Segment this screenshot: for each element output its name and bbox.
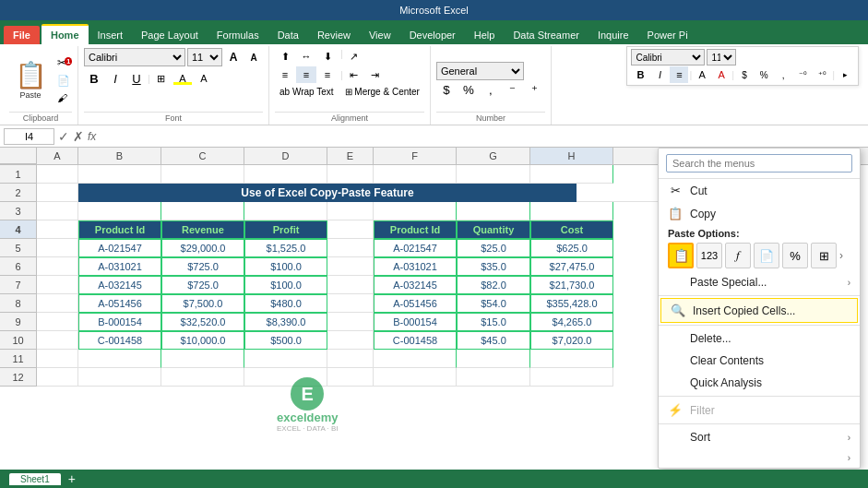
cell-d6[interactable]: $100.0: [244, 257, 327, 276]
cell-h4-header[interactable]: Cost: [530, 220, 613, 239]
mini-font-color-button[interactable]: A: [712, 66, 731, 83]
paste-more-arrow[interactable]: ›: [839, 249, 843, 262]
number-format-select[interactable]: General: [436, 62, 524, 80]
cell-c6[interactable]: $725.0: [161, 257, 244, 276]
cell-b5[interactable]: A-021547: [78, 239, 161, 257]
cell-g5[interactable]: $25.0: [457, 239, 530, 257]
mini-percent-button[interactable]: %: [755, 66, 773, 83]
cell-b2-title[interactable]: Use of Excel Copy-Paste Feature: [78, 184, 577, 202]
decrease-indent-button[interactable]: ⇤: [344, 66, 364, 83]
comma-button[interactable]: ,: [481, 82, 501, 99]
align-middle-button[interactable]: ↔: [296, 48, 316, 65]
menu-item-smart-lookup[interactable]: 🔍 Insert Copied Cells...: [660, 298, 858, 323]
copy-button[interactable]: 📄: [55, 73, 72, 89]
cell-h9[interactable]: $4,265.0: [530, 313, 613, 331]
font-size-select[interactable]: 11: [187, 48, 222, 66]
mini-italic-button[interactable]: I: [650, 66, 669, 83]
cell-g3[interactable]: [457, 202, 530, 220]
cell-f10[interactable]: C-001458: [374, 331, 457, 350]
mini-comma-button[interactable]: ,: [774, 66, 792, 83]
align-center-button[interactable]: ≡: [296, 66, 316, 83]
cell-h10[interactable]: $7,020.0: [530, 331, 613, 350]
cell-g4-header[interactable]: Quantity: [457, 220, 530, 239]
cell-h5[interactable]: $625.0: [530, 239, 613, 257]
cell-d9[interactable]: $8,390.0: [244, 313, 327, 331]
cell-d4-header[interactable]: Profit: [244, 220, 327, 239]
percent-button[interactable]: %: [458, 82, 479, 99]
tab-data[interactable]: Data: [268, 26, 308, 44]
cell-c10[interactable]: $10,000.0: [161, 331, 244, 350]
cell-d1[interactable]: [244, 165, 327, 184]
italic-button[interactable]: I: [105, 68, 125, 89]
border-button[interactable]: ⊞: [151, 68, 172, 89]
cell-b9[interactable]: B-000154: [78, 313, 161, 331]
mini-font-select[interactable]: Calibri: [631, 49, 705, 65]
cell-b6[interactable]: A-031021: [78, 257, 161, 276]
cell-f9[interactable]: B-000154: [374, 313, 457, 331]
paste-btn-5[interactable]: %: [782, 243, 808, 268]
cell-g6[interactable]: $35.0: [457, 257, 530, 276]
cell-c9[interactable]: $32,520.0: [161, 313, 244, 331]
cell-c4-header[interactable]: Revenue: [161, 220, 244, 239]
cell-d7[interactable]: $100.0: [244, 276, 327, 294]
bold-button[interactable]: B: [84, 68, 104, 89]
cell-h1[interactable]: [530, 165, 613, 184]
cell-b8[interactable]: A-051456: [78, 294, 161, 313]
cell-e4[interactable]: [327, 220, 374, 239]
tab-review[interactable]: Review: [308, 26, 360, 44]
cut-button[interactable]: ✂ 1: [55, 54, 72, 71]
menu-item-paste-special[interactable]: Paste Special... ›: [659, 271, 860, 293]
cell-c1[interactable]: [161, 165, 244, 184]
cell-d8[interactable]: $480.0: [244, 294, 327, 313]
cell-e3[interactable]: [327, 202, 374, 220]
menu-item-insert-copied[interactable]: Delete...: [659, 327, 860, 350]
cell-a2[interactable]: [37, 184, 78, 202]
cell-d3[interactable]: [244, 202, 327, 220]
menu-item-sort[interactable]: ›: [659, 448, 860, 468]
cell-b4-header[interactable]: Product Id: [78, 220, 161, 239]
tab-inquire[interactable]: Inquire: [589, 26, 638, 44]
increase-decimal-button[interactable]: ⁺: [525, 82, 545, 99]
mini-align-button[interactable]: ≡: [670, 66, 688, 83]
paste-btn-2[interactable]: 123: [696, 243, 722, 268]
font-family-select[interactable]: Calibri: [84, 48, 185, 66]
tab-page-layout[interactable]: Page Layout: [132, 26, 208, 44]
paste-btn-4[interactable]: 📄: [754, 243, 779, 268]
menu-item-clear-contents[interactable]: Quick Analysis: [659, 372, 860, 394]
cell-e1[interactable]: [327, 165, 374, 184]
cell-f5[interactable]: A-021547: [374, 239, 457, 257]
cell-f4-header[interactable]: Product Id: [374, 220, 457, 239]
mini-more-button[interactable]: ▸: [836, 66, 854, 83]
cell-g1[interactable]: [457, 165, 530, 184]
cell-g7[interactable]: $82.0: [457, 276, 530, 294]
tab-home[interactable]: Home: [42, 24, 89, 44]
mini-fill-button[interactable]: A: [693, 66, 711, 83]
cell-reference-box[interactable]: [4, 128, 54, 145]
cell-h2[interactable]: [577, 184, 660, 202]
cell-b10[interactable]: C-001458: [78, 331, 161, 350]
align-left-button[interactable]: ≡: [275, 66, 295, 83]
mini-bold-button[interactable]: B: [631, 66, 649, 83]
cell-g10[interactable]: $45.0: [457, 331, 530, 350]
menu-item-copy[interactable]: 📋 Copy: [659, 202, 860, 225]
mini-dec2-button[interactable]: ⁺⁰: [813, 66, 831, 83]
menu-item-delete[interactable]: Clear Contents: [659, 350, 860, 372]
cell-c5[interactable]: $29,000.0: [161, 239, 244, 257]
cell-g8[interactable]: $54.0: [457, 294, 530, 313]
formula-bar-check[interactable]: ✓: [58, 129, 69, 144]
formula-input[interactable]: [100, 131, 864, 142]
font-shrink-button[interactable]: A: [244, 48, 263, 66]
wrap-text-button[interactable]: ab Wrap Text: [275, 85, 339, 99]
align-top-button[interactable]: ⬆: [275, 48, 295, 65]
paste-btn-3[interactable]: 𝑓: [725, 243, 751, 268]
cell-f7[interactable]: A-032145: [374, 276, 457, 294]
merge-center-button[interactable]: ⊞ Merge & Center: [340, 85, 424, 99]
fill-color-button[interactable]: A: [172, 68, 193, 89]
cell-f1[interactable]: [374, 165, 457, 184]
tab-help[interactable]: Help: [465, 26, 505, 44]
cell-f6[interactable]: A-031021: [374, 257, 457, 276]
decrease-decimal-button[interactable]: ⁻: [503, 82, 523, 99]
cell-h8[interactable]: $355,428.0: [530, 294, 613, 313]
font-grow-button[interactable]: A: [224, 48, 243, 66]
cell-d10[interactable]: $500.0: [244, 331, 327, 350]
